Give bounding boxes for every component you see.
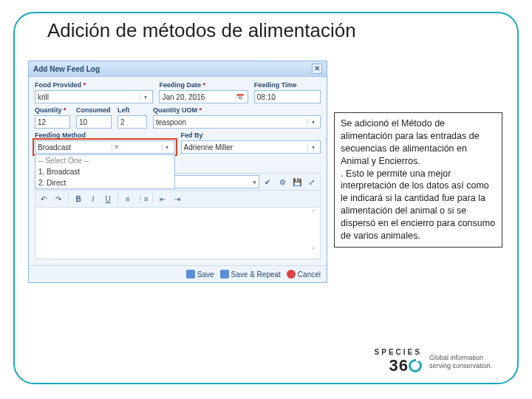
dropdown-option-broadcast[interactable]: 1. Broadcast — [35, 166, 174, 177]
cancel-icon — [287, 270, 296, 279]
spellcheck-button[interactable]: ✔ — [261, 175, 274, 188]
dialog-footer: Save Save & Repeat Cancel — [29, 265, 327, 282]
consumed-input[interactable] — [76, 115, 112, 129]
toolbar-separator — [117, 192, 118, 204]
brand-o-icon — [409, 359, 422, 372]
save-icon — [186, 270, 195, 279]
quantity-uom-input[interactable]: teaspoon ▾ — [153, 115, 321, 129]
scroll-down-icon[interactable]: ˅ — [308, 247, 318, 257]
note-toolbar-row2: ↶ ↷ B I U ≡ ⋮≡ ⇤ ⇥ — [35, 191, 321, 208]
chevron-down-icon[interactable]: ▾ — [307, 144, 318, 151]
brand-number: 36 — [375, 356, 422, 375]
quantity-label: Quantity * — [35, 106, 70, 114]
dropdown-option-direct[interactable]: 2. Direct — [35, 177, 174, 188]
brand-footer: SPECIES 36 Global information serving co… — [375, 348, 492, 375]
consumed-label: Consumed — [76, 106, 112, 114]
indent-button[interactable]: ⇥ — [171, 192, 184, 205]
chevron-down-icon[interactable]: ▾ — [140, 94, 150, 100]
feeding-method-highlight: Broadcast ✕ ▾ -- Select One -- 1. Broadc… — [33, 138, 177, 156]
feeding-method-dropdown: -- Select One -- 1. Broadcast 2. Direct — [35, 154, 175, 189]
ordered-list-button[interactable]: ≡ — [121, 192, 134, 205]
chevron-down-icon: ▾ — [253, 178, 256, 186]
save-repeat-button[interactable]: Save & Repeat — [220, 270, 281, 279]
info-panel: Se adicionó el Método de alimentación pa… — [334, 112, 502, 248]
toolbar-separator — [152, 192, 153, 204]
food-provided-input[interactable]: krill ▾ — [35, 90, 153, 103]
add-feed-log-dialog: Add New Feed Log ✕ Food Provided * krill… — [28, 61, 327, 283]
settings-button[interactable]: ⚙ — [276, 175, 289, 188]
required-mark: * — [83, 81, 86, 89]
left-label: Left — [117, 106, 147, 114]
scroll-up-icon[interactable]: ˄ — [308, 209, 318, 219]
feeding-date-input[interactable]: Jan 20, 2016 📅 — [159, 90, 248, 103]
close-icon[interactable]: ✕ — [312, 64, 322, 74]
brand-tagline: Global information serving conservation. — [429, 354, 492, 370]
undo-button[interactable]: ↶ — [37, 192, 50, 205]
toolbar-separator — [68, 192, 69, 204]
food-provided-label: Food Provided * — [35, 81, 153, 89]
dropdown-option-placeholder[interactable]: -- Select One -- — [35, 155, 174, 166]
feeding-method-input[interactable]: Broadcast ✕ ▾ -- Select One -- 1. Broadc… — [35, 140, 175, 154]
quantity-input[interactable] — [35, 115, 70, 129]
feeding-time-label: Feeding Time — [254, 81, 321, 89]
chevron-down-icon[interactable]: ▾ — [162, 144, 172, 151]
calendar-icon[interactable]: 📅 — [235, 94, 245, 100]
slide-title: Adición de métodos de alimentación — [43, 19, 361, 42]
save-button[interactable]: Save — [186, 270, 214, 279]
dialog-title: Add New Feed Log — [33, 65, 100, 73]
expand-button[interactable]: ⤢ — [305, 175, 318, 188]
feeding-time-input[interactable] — [254, 90, 321, 103]
unordered-list-button[interactable]: ⋮≡ — [136, 192, 149, 205]
redo-button[interactable]: ↷ — [52, 192, 65, 205]
cancel-button[interactable]: Cancel — [287, 270, 321, 279]
chevron-down-icon[interactable]: ▾ — [307, 119, 318, 126]
brand-name-top: SPECIES — [375, 348, 422, 356]
save-note-button[interactable]: 💾 — [290, 175, 304, 188]
italic-button[interactable]: I — [86, 192, 100, 205]
brand-logo: SPECIES 36 — [375, 348, 422, 375]
quantity-uom-label: Quantity UOM * — [153, 106, 321, 114]
bold-button[interactable]: B — [72, 192, 85, 205]
note-textarea[interactable]: ˄ ˅ — [35, 208, 321, 259]
clear-icon[interactable]: ✕ — [112, 143, 120, 151]
feeding-date-label: Feeding Date * — [159, 81, 248, 89]
fed-by-label: Fed By — [181, 132, 321, 139]
save-icon — [220, 270, 229, 279]
underline-button[interactable]: U — [101, 192, 115, 205]
info-text: Se adicionó el Método de alimentación pa… — [341, 118, 495, 241]
dialog-header: Add New Feed Log ✕ — [29, 61, 327, 77]
dialog-body: Food Provided * krill ▾ Feeding Date * J… — [29, 77, 327, 265]
left-input[interactable] — [117, 115, 147, 129]
outdent-button[interactable]: ⇤ — [156, 192, 169, 205]
fed-by-input[interactable]: Adrienne Miller ▾ — [181, 140, 321, 154]
